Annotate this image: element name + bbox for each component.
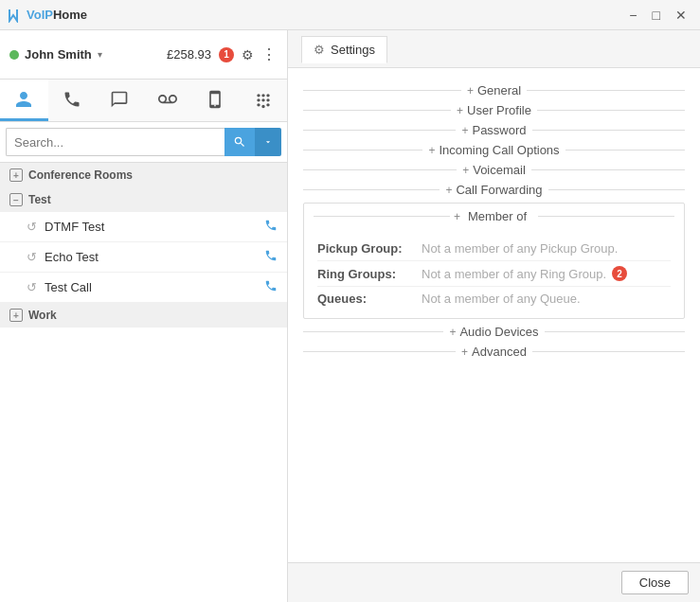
settings-section-userprofile[interactable]: + User Profile bbox=[303, 103, 685, 117]
nav-calls-button[interactable] bbox=[48, 80, 97, 121]
member-of-label: Ring Groups: bbox=[317, 267, 422, 281]
settings-section-callforward[interactable]: + Call Forwarding bbox=[303, 183, 685, 197]
section-line bbox=[545, 331, 685, 332]
contact-item-left: ↺ DTMF Test bbox=[27, 220, 104, 234]
contact-voip-icon: ↺ bbox=[27, 250, 37, 264]
settings-section-audiodevices[interactable]: + Audio Devices bbox=[303, 325, 685, 339]
account-badge: 1 bbox=[219, 47, 234, 62]
member-of-label: Pickup Group: bbox=[317, 241, 422, 256]
contact-voip-icon: ↺ bbox=[27, 280, 37, 294]
section-line bbox=[303, 331, 443, 332]
account-chevron-icon[interactable]: ▾ bbox=[98, 49, 102, 60]
section-label: + Audio Devices bbox=[449, 325, 538, 339]
settings-section-password[interactable]: + Password bbox=[303, 123, 685, 137]
section-label: + Incoming Call Options bbox=[428, 143, 559, 157]
group-expand-icon-conference: + bbox=[9, 168, 23, 182]
calls-icon bbox=[63, 90, 81, 109]
member-of-row: Ring Groups: Not a member of any Ring Gr… bbox=[317, 261, 671, 287]
nav-voicemail-button[interactable] bbox=[144, 80, 192, 121]
group-header-conference[interactable]: + Conference Rooms bbox=[0, 163, 287, 187]
nav-icons bbox=[0, 80, 287, 122]
account-bar: John Smith ▾ £258.93 1 ⚙ ⋮ bbox=[0, 30, 287, 80]
settings-tab[interactable]: ⚙ Settings bbox=[301, 36, 387, 63]
contact-name: DTMF Test bbox=[45, 220, 104, 234]
section-label: + General bbox=[467, 83, 521, 97]
settings-content: + General + User Profile + Passwor bbox=[288, 68, 700, 562]
settings-gear-icon: ⚙ bbox=[314, 43, 325, 57]
account-name: John Smith bbox=[25, 47, 92, 62]
right-panel: ⚙ Settings + General + User Profile bbox=[288, 30, 700, 602]
member-of-line-left bbox=[314, 216, 450, 217]
section-line bbox=[303, 90, 461, 91]
search-icon bbox=[233, 135, 246, 149]
section-line bbox=[532, 130, 685, 131]
title-bar-controls: − □ ✕ bbox=[623, 6, 692, 25]
list-item[interactable]: ↺ Test Call bbox=[0, 273, 287, 303]
search-button[interactable] bbox=[224, 128, 255, 156]
member-of-row-right: Not a member of any Ring Group. 2 bbox=[422, 266, 627, 281]
section-plus-icon: + bbox=[428, 144, 435, 157]
section-line bbox=[303, 110, 451, 111]
nav-contacts-button[interactable] bbox=[0, 80, 48, 121]
voicemail-icon bbox=[158, 90, 177, 109]
section-plus-icon: + bbox=[461, 124, 468, 137]
call-button[interactable] bbox=[264, 279, 278, 295]
dialpad-icon bbox=[254, 90, 273, 109]
member-of-line-right bbox=[538, 216, 674, 217]
search-dropdown-button[interactable] bbox=[255, 128, 281, 156]
messages-icon bbox=[110, 90, 129, 109]
call-button[interactable] bbox=[264, 249, 278, 265]
section-label: + Voicemail bbox=[462, 163, 526, 177]
chevron-down-icon bbox=[263, 137, 273, 147]
section-plus-icon: + bbox=[449, 326, 456, 339]
section-plus-icon: + bbox=[445, 184, 452, 197]
settings-section-voicemail[interactable]: + Voicemail bbox=[303, 163, 685, 177]
settings-icon[interactable]: ⚙ bbox=[242, 47, 254, 62]
more-options-icon[interactable]: ⋮ bbox=[261, 45, 278, 63]
section-line bbox=[537, 110, 685, 111]
app-logo-icon bbox=[8, 8, 21, 23]
settings-section-advanced[interactable]: + Advanced bbox=[303, 345, 685, 359]
phone-icon bbox=[264, 219, 278, 232]
member-of-row: Queues: Not a member of any Queue. bbox=[317, 287, 671, 310]
online-status-dot bbox=[9, 50, 19, 60]
left-panel: John Smith ▾ £258.93 1 ⚙ ⋮ bbox=[0, 30, 288, 602]
search-bar bbox=[0, 122, 287, 163]
account-left: John Smith ▾ bbox=[9, 47, 102, 62]
list-item[interactable]: ↺ DTMF Test bbox=[0, 212, 287, 242]
nav-mobile-button[interactable] bbox=[191, 80, 240, 121]
nav-dialpad-button[interactable] bbox=[240, 80, 288, 121]
group-header-test[interactable]: − Test bbox=[0, 187, 287, 212]
settings-section-incoming[interactable]: + Incoming Call Options bbox=[303, 143, 685, 157]
list-item[interactable]: ↺ Echo Test bbox=[0, 242, 287, 273]
contact-item-left: ↺ Test Call bbox=[27, 280, 92, 294]
settings-tab-label: Settings bbox=[331, 43, 375, 57]
group-expand-icon-work: + bbox=[9, 309, 23, 322]
app-container: John Smith ▾ £258.93 1 ⚙ ⋮ bbox=[0, 30, 700, 602]
minimize-button[interactable]: − bbox=[623, 6, 642, 25]
member-of-title: Member of bbox=[468, 209, 527, 223]
member-of-value: Not a member of any Pickup Group. bbox=[422, 241, 671, 256]
window-close-button[interactable]: ✕ bbox=[670, 6, 692, 25]
section-label: + User Profile bbox=[457, 103, 531, 117]
section-line bbox=[303, 150, 422, 150]
settings-footer: Close bbox=[288, 562, 700, 602]
member-of-value: Not a member of any Queue. bbox=[422, 292, 671, 306]
section-line bbox=[303, 169, 457, 170]
section-line bbox=[548, 189, 685, 190]
maximize-button[interactable]: □ bbox=[647, 6, 666, 25]
group-header-work[interactable]: + Work bbox=[0, 303, 287, 328]
section-plus-icon: + bbox=[467, 84, 474, 97]
section-line bbox=[527, 90, 685, 91]
search-input[interactable] bbox=[6, 128, 224, 156]
app-title: VoIPHome bbox=[27, 8, 87, 22]
contact-name: Test Call bbox=[45, 280, 92, 294]
section-line bbox=[303, 189, 440, 190]
phone-icon bbox=[264, 249, 278, 262]
mobile-icon bbox=[206, 90, 224, 109]
section-line bbox=[303, 130, 456, 131]
nav-messages-button[interactable] bbox=[96, 80, 144, 121]
call-button[interactable] bbox=[264, 219, 278, 235]
settings-section-general[interactable]: + General bbox=[303, 83, 685, 97]
close-settings-button[interactable]: Close bbox=[621, 571, 689, 594]
